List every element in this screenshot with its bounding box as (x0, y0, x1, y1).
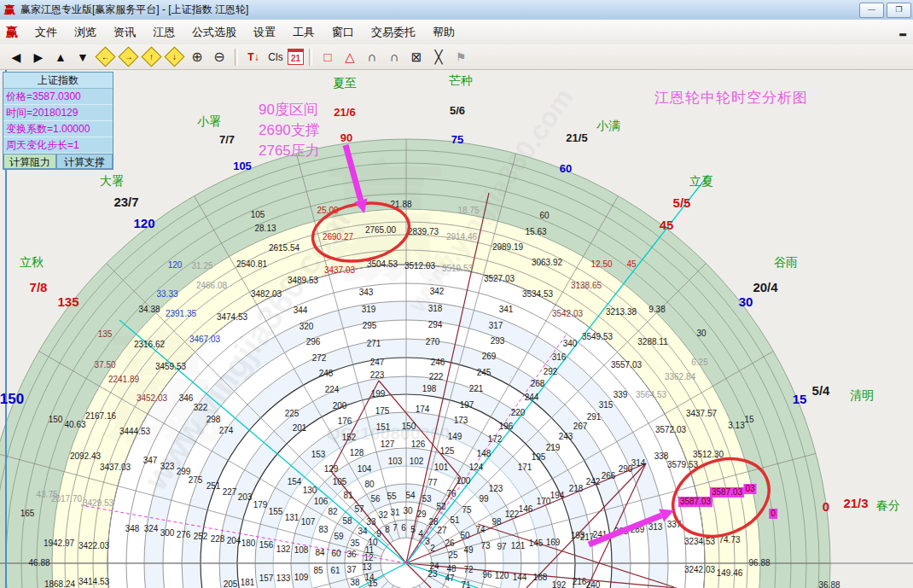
calc-resistance-button[interactable]: 计算阻力 (3, 154, 56, 169)
wheel-label: 96 (482, 571, 491, 579)
wheel-label: 大署 (100, 175, 124, 187)
wheel-label: 77 (427, 479, 437, 487)
forward-icon[interactable]: ▶ (28, 48, 49, 67)
wheel-label: 120 (495, 572, 509, 580)
zoom-in-icon[interactable]: ⊕ (187, 48, 207, 67)
menu-item-工具[interactable]: 工具 (284, 22, 323, 42)
wheel-label: 25.00 (317, 207, 338, 215)
arc-cw-icon[interactable]: ∩ (362, 48, 382, 67)
wheel-label: 149 (448, 433, 462, 441)
wheel-label: 32 (378, 511, 387, 520)
wheel-label: 124 (469, 463, 484, 472)
wheel-label: 6 (401, 524, 406, 533)
wheel-label: 76 (446, 490, 456, 498)
wheel-label: 2989.19 (492, 243, 523, 252)
wheel-label: 2167.16 (85, 412, 116, 421)
chart-note-annotation: 90度区间2690支撑2765压力 (259, 100, 320, 161)
menu-item-帮助[interactable]: 帮助 (424, 22, 463, 42)
menu-item-交易委托[interactable]: 交易委托 (363, 22, 424, 42)
wheel-label: 198 (422, 385, 437, 393)
info-panel-title: 上证指数 (3, 73, 113, 89)
wheel-label: 30 (696, 329, 706, 338)
wheel-label: 296 (306, 338, 321, 346)
highlighted-price: 0 (769, 509, 777, 519)
info-panel-buttons: 计算阻力 计算支撑 (3, 154, 113, 169)
menu-item-窗口[interactable]: 窗口 (323, 22, 363, 42)
menu-item-资讯[interactable]: 资讯 (105, 22, 144, 42)
wheel-label: 96.88 (748, 559, 770, 568)
wheel-label: 318 (428, 305, 443, 313)
cls-icon[interactable]: Cls (265, 48, 286, 67)
wheel-label: 37 (346, 566, 356, 574)
rect-tool[interactable]: □ (317, 48, 338, 67)
wheel-label: 295 (363, 322, 377, 330)
xbox-icon[interactable]: ⊠ (406, 48, 427, 67)
wheel-label: 84 (315, 549, 324, 557)
minimize-button[interactable]: — (859, 3, 884, 18)
menu-item-文件[interactable]: 文件 (26, 22, 66, 42)
wheel-label: 228 (211, 535, 225, 544)
wheel-label: 8 (385, 526, 390, 534)
maximize-button[interactable]: ❐ (887, 3, 911, 18)
menu-minimize-icon[interactable]: ▂ (899, 26, 906, 36)
wheel-label: 342 (430, 288, 445, 296)
wheel-label: 291 (587, 413, 602, 422)
wheel-label: 2615.54 (269, 244, 299, 253)
calendar-icon[interactable]: 21 (288, 49, 304, 65)
wheel-label: 31 (390, 509, 399, 517)
wheel-label: 171 (518, 463, 532, 472)
wheel-label: 313 (648, 523, 663, 532)
wheel-label: 21/6 (334, 107, 355, 118)
wheel-label: 155 (269, 508, 283, 516)
triangle-tool[interactable]: △ (340, 48, 360, 67)
wheel-label: 小满 (596, 119, 620, 131)
wheel-label: 317 (489, 322, 503, 330)
wheel-label: 3242.03 (684, 566, 715, 574)
highlighted-price: 3587.03 (678, 497, 712, 507)
wheel-label: 150 (0, 392, 24, 406)
arc-ccw-icon[interactable]: ∩ (384, 48, 404, 67)
wheel-label: 立夏 (689, 175, 713, 187)
menu-item-浏览[interactable]: 浏览 (66, 22, 105, 42)
wheel-label: 3519.53 (442, 265, 473, 273)
wheel-label: 145 (529, 539, 544, 548)
wheel-label: 40.63 (64, 421, 85, 429)
wheel-label: 128 (350, 449, 364, 457)
wheel-label: 340 (563, 340, 578, 348)
zoom-out-icon[interactable]: ⊖ (209, 48, 230, 67)
wheel-label: 169 (546, 539, 561, 547)
wheel-label: 101 (434, 463, 449, 472)
diamond-down-icon[interactable]: ↓ (164, 46, 184, 67)
wheel-label: 150 (49, 416, 63, 424)
menu-item-设置[interactable]: 设置 (245, 22, 284, 42)
time-axis-icon[interactable]: T↓ (243, 48, 264, 67)
marker-up-icon[interactable]: ▲ (50, 48, 71, 67)
wheel-label: 6.25 (691, 358, 707, 367)
calc-support-button[interactable]: 计算支撑 (56, 154, 113, 169)
diamond-left-icon[interactable]: ← (95, 46, 115, 67)
wheel-label: 3489.53 (288, 277, 318, 285)
wheel-label: 46.88 (28, 559, 49, 568)
flag-icon[interactable]: ⚑ (451, 48, 471, 67)
wheel-label: 323 (160, 463, 175, 471)
wheel-label: 133 (276, 574, 291, 583)
menu-items: 文件浏览资讯江恩公式选股设置工具窗口交易委托帮助 (26, 25, 463, 40)
wheel-label: 272 (312, 354, 327, 363)
diamond-right-icon[interactable]: → (118, 46, 138, 67)
wheel-label: 104 (358, 465, 372, 474)
menu-item-公式选股[interactable]: 公式选股 (183, 22, 245, 42)
wheel-label: 21.88 (390, 201, 411, 209)
wheel-label: 245 (477, 369, 491, 377)
wheel-label: 220 (511, 409, 526, 417)
wheel-label: 102 (410, 457, 424, 466)
marker-down-icon[interactable]: ▼ (73, 48, 93, 67)
wheel-label: 25 (448, 551, 457, 560)
wheel-label: 129 (324, 465, 339, 474)
wheel-label: 151 (376, 423, 391, 432)
wheel-label: 274 (219, 427, 234, 435)
back-icon[interactable]: ◀ (6, 48, 26, 67)
wheel-label: 1868.24 (44, 580, 75, 588)
menu-item-江恩[interactable]: 江恩 (144, 22, 183, 42)
diamond-up-icon[interactable]: ↑ (141, 46, 161, 67)
crosshair-icon[interactable]: ╳ (428, 48, 449, 67)
